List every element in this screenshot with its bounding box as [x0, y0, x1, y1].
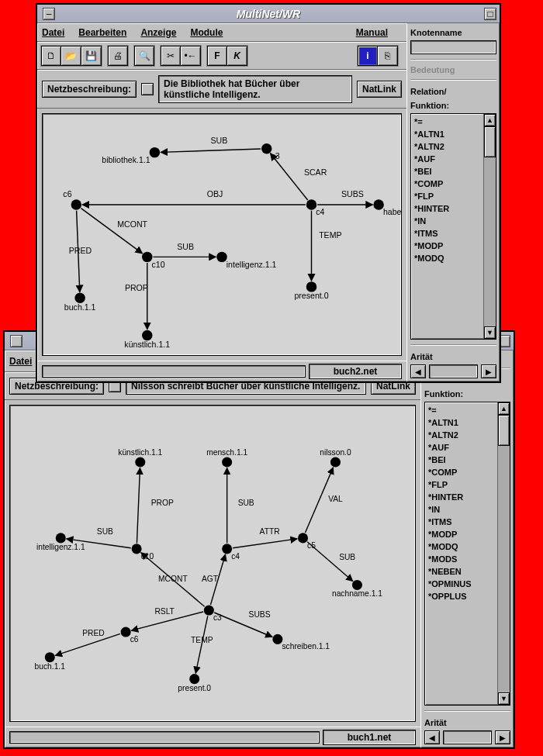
svg-point-74 [306, 199, 316, 209]
graph-canvas-1[interactable]: SUBSCAROBJSUBSTEMPMCONTPREDSUBPROPbiblio… [42, 113, 402, 356]
list-item[interactable]: *MODP [428, 528, 494, 540]
sysmenu-icon[interactable]: – [43, 8, 55, 20]
relation-listbox-1[interactable]: *=*ALTN1*ALTN2*AUF*BEI*COMP*FLP*HINTER*I… [410, 113, 496, 340]
filename-2: buch1.net [323, 730, 416, 745]
list-item[interactable]: *ALTN2 [428, 429, 494, 441]
list-item[interactable]: *IN [414, 215, 480, 227]
list-item[interactable]: *MODS [428, 553, 494, 565]
zoom-icon[interactable]: 🔍 [134, 46, 154, 66]
desc-label-1: Netzbeschreibung: [42, 81, 137, 98]
svg-point-78 [142, 252, 152, 262]
list-item[interactable]: *AUF [428, 441, 494, 454]
list-item[interactable]: *COMP [428, 466, 494, 478]
list-item[interactable]: *HINTER [414, 202, 480, 215]
relation-listbox-2[interactable]: *=*ALTN1*ALTN2*AUF*BEI*COMP*FLP*HINTER*I… [424, 402, 510, 706]
menu-anzeige[interactable]: Anzeige [140, 27, 176, 38]
list-item[interactable]: *ALTN2 [414, 140, 480, 153]
graph-canvas-2[interactable]: PROPSUBSUBATTRVALSUBMCONTAGTRSLTSUBSTEMP… [9, 405, 416, 722]
list-item[interactable]: *COMP [414, 178, 480, 190]
arrow-right-icon[interactable]: ▶ [495, 730, 510, 744]
list-item[interactable]: *ALTN1 [428, 416, 494, 429]
svg-text:buch.1.1: buch.1.1 [35, 662, 66, 671]
arrow-left-icon[interactable]: ◀ [424, 730, 440, 744]
knotenname-input[interactable] [410, 40, 496, 54]
svg-text:nilsson.0: nilsson.0 [320, 448, 351, 457]
window-title: MultiNet/WR [55, 8, 482, 20]
svg-text:mensch.1.1: mensch.1.1 [206, 448, 247, 457]
list-item[interactable]: *OPPLUS [428, 590, 494, 602]
titlebar-front[interactable]: – MultiNet/WR □ [37, 5, 500, 23]
svg-text:present.0: present.0 [178, 684, 211, 692]
info-icon[interactable]: i [358, 46, 378, 66]
list-item[interactable]: *ALTN1 [414, 128, 480, 140]
scrollbar-2[interactable]: ▲ ▼ [497, 402, 510, 705]
scroll-down-icon[interactable]: ▼ [484, 326, 496, 339]
list-item[interactable]: *MODQ [428, 540, 494, 553]
desc-text-1[interactable]: Die Bibliothek hat Bücher über künstlich… [158, 75, 352, 103]
sysmenu-icon[interactable] [10, 335, 22, 347]
scrollbar-1[interactable]: ▲ ▼ [483, 114, 496, 339]
menu-bearbeiten[interactable]: Bearbeiten [78, 27, 126, 38]
list-item[interactable]: *= [428, 404, 494, 416]
desc-toggle-1[interactable] [141, 83, 154, 95]
list-item[interactable]: *ITMS [428, 516, 494, 528]
svg-text:MCONT: MCONT [158, 575, 188, 583]
svg-text:MCONT: MCONT [117, 219, 147, 229]
natlink-button-1[interactable]: NatLink [357, 81, 402, 98]
list-item[interactable]: *IN [428, 503, 494, 516]
new-icon[interactable]: 🗋 [41, 46, 61, 66]
aritaet-nav-1[interactable]: ◀ ▶ [410, 364, 496, 378]
svg-text:künstlich.1.1: künstlich.1.1 [118, 448, 162, 457]
svg-point-26 [222, 457, 232, 467]
menubar: Datei Bearbeiten Anzeige Module Manual [37, 23, 406, 42]
scroll-down-icon[interactable]: ▼ [498, 692, 510, 705]
arrow-left-icon[interactable]: ◀ [410, 364, 426, 378]
list-item[interactable]: *MODP [414, 240, 480, 252]
print-icon[interactable]: 🖨 [108, 46, 128, 66]
list-item[interactable]: *OPMINUS [428, 578, 494, 590]
list-item[interactable]: *ITMS [414, 227, 480, 240]
format-f-button[interactable]: F [207, 46, 227, 66]
exit-icon[interactable]: ⎘ [378, 46, 398, 66]
scroll-track-1[interactable] [42, 365, 306, 378]
svg-point-46 [45, 652, 55, 662]
cut-icon[interactable]: ✂ [161, 46, 181, 66]
toolbar: 🗋 📂 💾 🖨 🔍 ✂ •← F K [37, 42, 406, 70]
svg-text:c6: c6 [130, 635, 139, 644]
side-panel-2: Bedeutung Relation/ Funktion: *=*ALTN1*A… [420, 350, 514, 747]
list-item[interactable]: *BEI [428, 454, 494, 466]
list-item[interactable]: *HINTER [428, 491, 494, 503]
svg-text:c10: c10 [141, 552, 154, 561]
list-item[interactable]: *FLP [414, 190, 480, 202]
svg-text:SUB: SUB [177, 242, 194, 251]
format-k-button[interactable]: K [227, 46, 247, 66]
save-icon[interactable]: 💾 [81, 46, 102, 66]
scroll-thumb[interactable] [484, 126, 496, 157]
list-item[interactable]: *BEI [414, 165, 480, 178]
list-item[interactable]: *AUF [414, 153, 480, 165]
svg-text:c3: c3 [272, 151, 280, 161]
maximize-icon[interactable]: □ [484, 8, 496, 20]
list-item[interactable]: *FLP [428, 478, 494, 491]
knotenname-label: Knotenname [410, 26, 496, 39]
menu-datei-back[interactable]: Datei [9, 356, 32, 367]
arrow-right-icon[interactable]: ▶ [481, 364, 496, 378]
menu-datei[interactable]: Datei [42, 27, 64, 38]
svg-text:PROP: PROP [151, 499, 174, 507]
scroll-thumb[interactable] [498, 415, 510, 446]
list-item[interactable]: *NEBEN [428, 565, 494, 578]
menu-manual[interactable]: Manual [356, 27, 388, 38]
aritaet-nav-2[interactable]: ◀ ▶ [424, 730, 510, 744]
menu-module[interactable]: Module [190, 27, 223, 38]
svg-point-28 [330, 457, 341, 467]
open-icon[interactable]: 📂 [61, 46, 81, 66]
scroll-track-2[interactable] [9, 731, 320, 744]
list-item[interactable]: *MODQ [414, 252, 480, 264]
scroll-up-icon[interactable]: ▲ [484, 114, 496, 126]
list-item[interactable]: *= [414, 116, 480, 128]
svg-point-76 [373, 199, 383, 209]
node-tool-icon[interactable]: •← [181, 46, 201, 66]
svg-text:c3: c3 [213, 613, 222, 622]
relation-label-1: Relation/ [410, 85, 496, 98]
scroll-up-icon[interactable]: ▲ [498, 402, 510, 415]
